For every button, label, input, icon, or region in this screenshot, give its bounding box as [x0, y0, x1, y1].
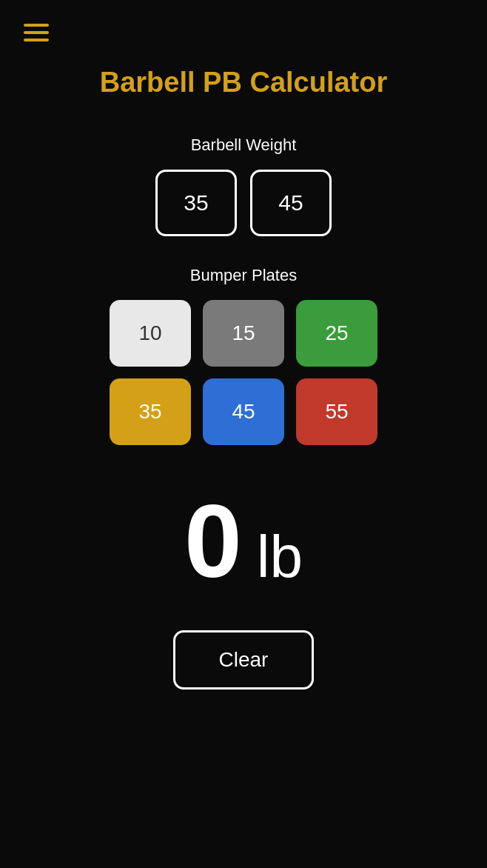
plate-10-button[interactable]: 10 — [110, 300, 191, 367]
app-title: Barbell PB Calculator — [100, 67, 388, 99]
plate-45-button[interactable]: 45 — [203, 378, 284, 445]
total-unit: lb — [257, 527, 303, 587]
clear-button[interactable]: Clear — [173, 630, 314, 690]
plates-row-1: 10 15 25 — [110, 300, 377, 367]
total-display: 0 lb — [184, 490, 303, 593]
bumper-plates-label: Bumper Plates — [190, 266, 297, 285]
barbell-buttons-container: 35 45 — [155, 170, 332, 236]
plate-25-button[interactable]: 25 — [296, 300, 377, 367]
main-container: Barbell PB Calculator Barbell Weight 35 … — [0, 0, 487, 690]
hamburger-line-1 — [24, 24, 49, 27]
barbell-weight-section: Barbell Weight 35 45 — [0, 136, 487, 236]
barbell-weight-label: Barbell Weight — [191, 136, 297, 155]
hamburger-line-3 — [24, 39, 49, 41]
plate-55-button[interactable]: 55 — [296, 378, 377, 445]
bumper-plates-section: Bumper Plates 10 15 25 35 45 — [0, 266, 487, 445]
barbell-45-button[interactable]: 45 — [250, 170, 332, 236]
plates-grid: 10 15 25 35 45 55 — [110, 300, 377, 445]
plate-35-button[interactable]: 35 — [110, 378, 191, 445]
plate-15-button[interactable]: 15 — [203, 300, 284, 367]
barbell-35-button[interactable]: 35 — [155, 170, 237, 236]
plates-row-2: 35 45 55 — [110, 378, 377, 445]
hamburger-line-2 — [24, 31, 49, 34]
menu-button[interactable] — [21, 21, 52, 44]
total-value: 0 — [184, 490, 242, 593]
